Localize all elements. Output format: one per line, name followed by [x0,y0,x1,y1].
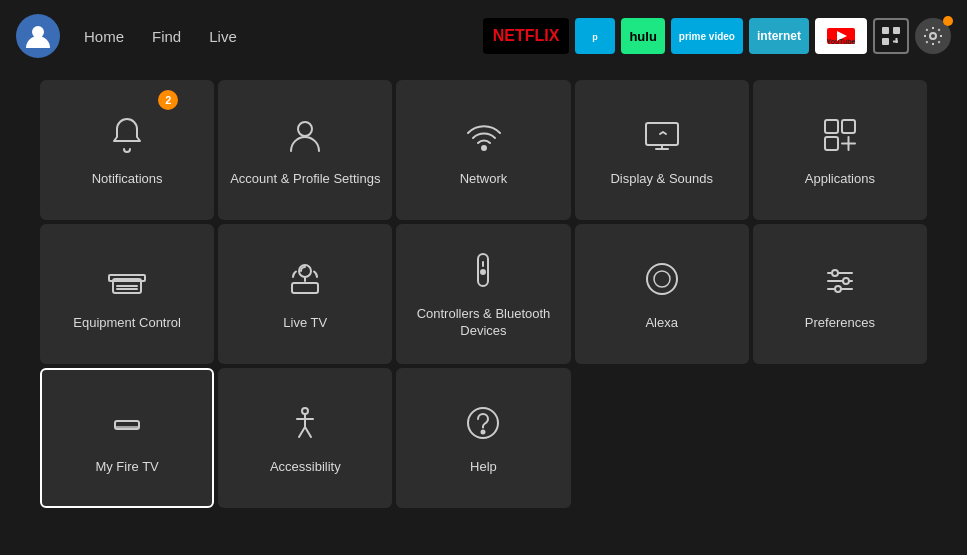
tile-display-sounds-label: Display & Sounds [610,171,713,188]
tile-live-tv-label: Live TV [283,315,327,332]
help-icon [461,401,505,449]
svg-rect-16 [646,123,678,145]
svg-rect-9 [882,38,889,45]
remote-icon [461,248,505,296]
fire-tv-icon [105,401,149,449]
tile-controllers[interactable]: Controllers & Bluetooth Devices [396,224,570,364]
top-navigation: Home Find Live NETFLIX p hulu prime vide… [0,0,967,72]
tile-equipment-control[interactable]: Equipment Control [40,224,214,364]
svg-rect-18 [842,120,855,133]
svg-point-15 [482,146,486,150]
svg-rect-37 [115,421,139,429]
notifications-badge: 2 [158,90,178,110]
svg-point-29 [647,264,677,294]
svg-point-14 [298,122,312,136]
tile-my-fire-tv[interactable]: My Fire TV [40,368,214,508]
svg-rect-10 [895,40,898,43]
user-avatar[interactable] [16,14,60,58]
svg-text:p: p [593,32,599,42]
svg-text:YouTube: YouTube [827,38,856,45]
tile-preferences[interactable]: Preferences [753,224,927,364]
tile-account-label: Account & Profile Settings [230,171,380,188]
alexa-icon [640,257,684,305]
tile-applications[interactable]: Applications [753,80,927,220]
settings-grid: 2 Notifications Account & Profile Settin… [40,80,927,508]
svg-point-36 [835,286,841,292]
nav-home[interactable]: Home [72,22,136,51]
preferences-icon [818,257,862,305]
tile-help-label: Help [470,459,497,476]
wifi-icon [461,113,505,161]
bell-icon [105,113,149,161]
svg-line-42 [299,427,305,437]
hulu-app-tile[interactable]: hulu [621,18,664,54]
nav-links: Home Find Live [72,22,249,51]
youtube-app-tile[interactable]: YouTube [815,18,867,54]
tile-preferences-label: Preferences [805,315,875,332]
display-icon [640,113,684,161]
tile-network-label: Network [460,171,508,188]
tile-equipment-control-label: Equipment Control [73,315,181,332]
tile-applications-label: Applications [805,171,875,188]
tile-display-sounds[interactable]: Display & Sounds [575,80,749,220]
tile-alexa-label: Alexa [645,315,678,332]
netflix-app-tile[interactable]: NETFLIX [483,18,570,54]
tile-controllers-label: Controllers & Bluetooth Devices [406,306,560,340]
tile-accessibility[interactable]: Accessibility [218,368,392,508]
svg-point-30 [654,271,670,287]
app-icons-bar: NETFLIX p hulu prime video internet YouT… [483,18,951,54]
settings-icon[interactable] [915,18,951,54]
svg-rect-17 [825,120,838,133]
svg-line-43 [305,427,311,437]
internet-app-tile[interactable]: internet [749,18,809,54]
account-icon [283,113,327,161]
svg-point-13 [930,33,936,39]
tile-notifications[interactable]: 2 Notifications [40,80,214,220]
tile-help[interactable]: Help [396,368,570,508]
primevideo-app-tile[interactable]: prime video [671,18,743,54]
settings-main: 2 Notifications Account & Profile Settin… [0,72,967,516]
svg-point-45 [482,430,485,433]
tile-network[interactable]: Network [396,80,570,220]
accessibility-icon [283,401,327,449]
svg-point-35 [843,278,849,284]
svg-rect-7 [882,27,889,34]
svg-point-34 [832,270,838,276]
tile-live-tv[interactable]: Live TV [218,224,392,364]
svg-rect-25 [292,283,318,293]
svg-point-28 [481,270,485,274]
settings-notification-dot [943,16,953,26]
apps-grid-icon[interactable] [873,18,909,54]
tile-account[interactable]: Account & Profile Settings [218,80,392,220]
tile-notifications-label: Notifications [92,171,163,188]
equipment-icon [105,257,149,305]
tile-alexa[interactable]: Alexa [575,224,749,364]
svg-rect-8 [893,27,900,34]
applications-icon [818,113,862,161]
prime-app-tile[interactable]: p [575,18,615,54]
nav-live[interactable]: Live [197,22,249,51]
svg-rect-19 [825,137,838,150]
live-tv-icon [283,257,327,305]
nav-find[interactable]: Find [140,22,193,51]
tile-accessibility-label: Accessibility [270,459,341,476]
tile-my-fire-tv-label: My Fire TV [95,459,158,476]
